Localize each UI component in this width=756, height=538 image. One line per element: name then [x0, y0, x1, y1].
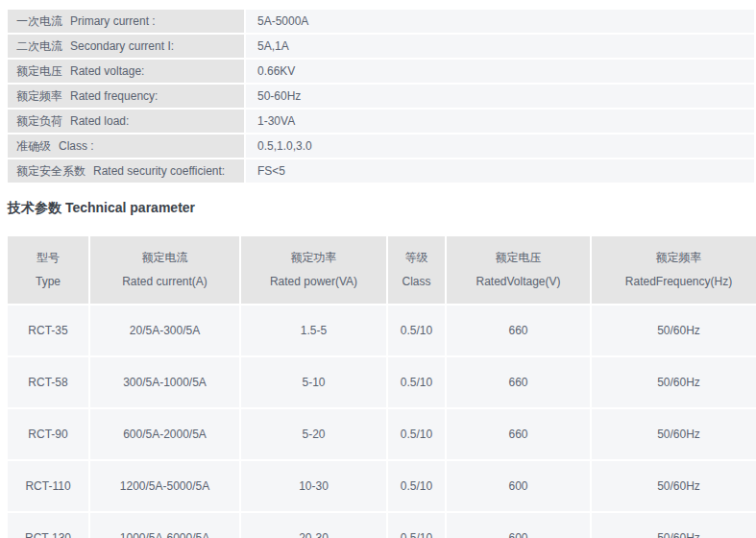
tech-header-en: Rated current(A): [91, 270, 238, 294]
cell-rated-frequency: 50/60Hz: [592, 357, 756, 407]
spec-row: 额定电压Rated voltage: 0.66KV: [8, 60, 754, 83]
cell-rated-current: 600/5A-2000/5A: [90, 409, 239, 459]
tech-header-rated-frequency: 额定频率RatedFrequency(Hz): [592, 236, 756, 304]
cell-rated-current: 1200/5A-5000/5A: [90, 461, 239, 511]
table-row: RCT-110 1200/5A-5000/5A 10-30 0.5/10 600…: [8, 461, 756, 511]
spec-row: 一次电流Primary current : 5A-5000A: [8, 10, 754, 33]
page: 一次电流Primary current : 5A-5000A 二次电流Secon…: [0, 0, 756, 538]
tech-header-zh: 额定功率: [242, 246, 385, 270]
cell-rated-power: 10-30: [241, 461, 386, 511]
table-row: RCT-35 20/5A-300/5A 1.5-5 0.5/10 660 50/…: [8, 306, 756, 355]
spec-label-zh: 一次电流: [16, 14, 62, 28]
tech-header-en: Rated power(VA): [242, 270, 385, 294]
section-heading: 技术参数 Technical parameter: [8, 200, 756, 217]
tech-header-class: 等级Class: [388, 236, 445, 304]
tech-header-zh: 额定电压: [448, 246, 589, 270]
cell-class: 0.5/10: [388, 513, 445, 538]
spec-label: 二次电流Secondary current I:: [8, 35, 244, 58]
tech-header-en: RatedVoltage(V): [448, 270, 589, 294]
tech-header-en: Class: [389, 270, 444, 294]
tech-header-rated-voltage: 额定电压RatedVoltage(V): [447, 236, 590, 304]
tech-header-row: 型号Type 额定电流Rated current(A) 额定功率Rated po…: [8, 236, 756, 304]
tech-header-zh: 额定频率: [593, 246, 756, 270]
spec-label-en: Rated frequency:: [70, 89, 158, 103]
cell-class: 0.5/10: [388, 409, 445, 459]
cell-type: RCT-130: [8, 513, 88, 538]
cell-rated-voltage: 660: [447, 357, 590, 407]
cell-rated-power: 5-20: [241, 409, 386, 459]
cell-rated-voltage: 660: [447, 306, 590, 355]
spec-value: 5A-5000A: [246, 10, 754, 33]
cell-rated-current: 20/5A-300/5A: [90, 306, 239, 355]
spec-label-en: Rated security coefficient:: [93, 164, 225, 178]
tech-header-zh: 额定电流: [91, 246, 238, 270]
spec-label-en: Secondary current I:: [70, 39, 174, 53]
spec-value: FS<5: [246, 159, 754, 183]
spec-label-en: Rated voltage:: [70, 64, 144, 78]
cell-rated-frequency: 50/60Hz: [592, 306, 756, 355]
tech-table: 型号Type 额定电流Rated current(A) 额定功率Rated po…: [6, 234, 756, 538]
cell-type: RCT-90: [8, 409, 88, 459]
spec-label-zh: 准确级: [16, 139, 51, 153]
cell-rated-voltage: 600: [447, 513, 590, 538]
table-row: RCT-130 1000/5A-6000/5A 20-30 0.5/10 600…: [8, 513, 756, 538]
spec-value: 50-60Hz: [246, 85, 754, 108]
spec-row: 额定频率Rated frequency: 50-60Hz: [8, 85, 754, 108]
cell-rated-power: 5-10: [241, 357, 386, 407]
tech-header-en: Type: [9, 270, 87, 294]
tech-header-type: 型号Type: [8, 236, 88, 304]
cell-class: 0.5/10: [388, 357, 445, 407]
cell-type: RCT-35: [8, 306, 88, 355]
cell-type: RCT-110: [8, 461, 88, 511]
spec-label-zh: 额定电压: [16, 64, 62, 78]
spec-label-zh: 二次电流: [16, 39, 62, 53]
spec-value: 0.66KV: [246, 60, 754, 83]
cell-rated-frequency: 50/60Hz: [592, 461, 756, 511]
spec-label: 额定负荷Rated load:: [8, 110, 244, 133]
spec-label: 额定频率Rated frequency:: [8, 85, 244, 108]
spec-label: 额定电压Rated voltage:: [8, 60, 244, 83]
spec-row: 准确级Class : 0.5,1.0,3.0: [8, 134, 754, 158]
spec-value: 5A,1A: [246, 35, 754, 58]
tech-header-rated-power: 额定功率Rated power(VA): [241, 236, 386, 304]
table-row: RCT-58 300/5A-1000/5A 5-10 0.5/10 660 50…: [8, 357, 756, 407]
tech-header-zh: 等级: [389, 246, 444, 270]
spec-label-en: Primary current :: [70, 14, 156, 28]
table-row: RCT-90 600/5A-2000/5A 5-20 0.5/10 660 50…: [8, 409, 756, 459]
spec-label: 准确级Class :: [8, 134, 244, 158]
cell-rated-power: 1.5-5: [241, 306, 386, 355]
cell-class: 0.5/10: [388, 306, 445, 355]
spec-label-zh: 额定频率: [16, 89, 62, 103]
cell-type: RCT-58: [8, 357, 88, 407]
spec-label-en: Class :: [59, 139, 94, 153]
spec-row: 额定负荷Rated load: 1-30VA: [8, 110, 754, 133]
spec-label: 一次电流Primary current :: [8, 10, 244, 33]
tech-header-zh: 型号: [9, 246, 87, 270]
cell-rated-current: 1000/5A-6000/5A: [90, 513, 239, 538]
tech-header-en: RatedFrequency(Hz): [593, 270, 756, 294]
spec-label: 额定安全系数Rated security coefficient:: [8, 159, 244, 183]
spec-value: 0.5,1.0,3.0: [246, 134, 754, 158]
cell-rated-frequency: 50/60Hz: [592, 409, 756, 459]
spec-table: 一次电流Primary current : 5A-5000A 二次电流Secon…: [6, 8, 756, 184]
spec-row: 二次电流Secondary current I: 5A,1A: [8, 35, 754, 58]
spec-label-en: Rated load:: [70, 114, 129, 128]
cell-rated-current: 300/5A-1000/5A: [90, 357, 239, 407]
spec-label-zh: 额定负荷: [16, 114, 62, 128]
spec-label-zh: 额定安全系数: [16, 164, 85, 178]
cell-rated-power: 20-30: [241, 513, 386, 538]
cell-rated-frequency: 50/60Hz: [592, 513, 756, 538]
cell-rated-voltage: 600: [447, 461, 590, 511]
spec-row: 额定安全系数Rated security coefficient: FS<5: [8, 159, 754, 183]
tech-header-rated-current: 额定电流Rated current(A): [90, 236, 239, 304]
spec-value: 1-30VA: [246, 110, 754, 133]
cell-rated-voltage: 660: [447, 409, 590, 459]
cell-class: 0.5/10: [388, 461, 445, 511]
